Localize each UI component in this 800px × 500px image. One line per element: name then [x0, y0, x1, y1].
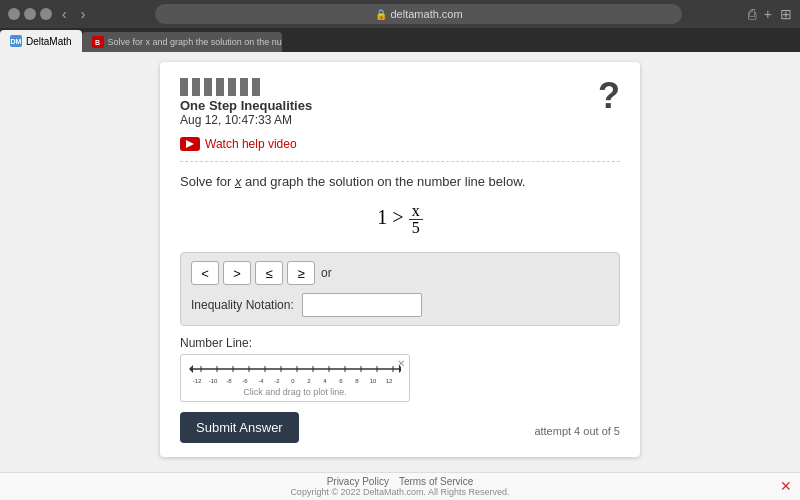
browser-titlebar: ‹ › 🔒 deltamath.com ⎙ + ⊞	[0, 0, 800, 28]
number-line-container[interactable]: ✕	[180, 354, 410, 402]
logo-image	[180, 78, 260, 96]
notation-label: Inequality Notation:	[191, 298, 294, 312]
watch-video-link[interactable]: Watch help video	[180, 137, 620, 151]
new-tab-icon[interactable]: +	[764, 6, 772, 22]
submit-row: Submit Answer attempt 4 out of 5	[180, 412, 620, 443]
browser-tabs: DM DeltaMath B Solve for x and graph the…	[0, 28, 800, 52]
browser-actions: ⎙ + ⊞	[748, 6, 792, 22]
svg-text:0: 0	[291, 378, 295, 384]
svg-text:4: 4	[323, 378, 327, 384]
section-divider	[180, 161, 620, 162]
svg-text:-12: -12	[193, 378, 202, 384]
svg-text:-8: -8	[226, 378, 232, 384]
content-area: One Step Inequalities Aug 12, 10:47:33 A…	[0, 52, 800, 472]
svg-text:2: 2	[307, 378, 311, 384]
number-line-inner: -12 -10 -8 -6 -4 -2 0 2 4 6 8 10	[189, 357, 401, 389]
fraction-numerator: x	[409, 203, 423, 220]
inequality-section: < > ≤ ≥ or Inequality Notation:	[180, 252, 620, 326]
svg-text:10: 10	[370, 378, 377, 384]
svg-text:-6: -6	[242, 378, 248, 384]
tab-deltamath-label: DeltaMath	[26, 36, 72, 47]
lock-icon: 🔒	[375, 9, 387, 20]
share-icon[interactable]: ⎙	[748, 6, 756, 22]
privacy-policy-link[interactable]: Privacy Policy	[327, 476, 389, 487]
problem-title: One Step Inequalities	[180, 98, 312, 113]
browser-chrome: ‹ › 🔒 deltamath.com ⎙ + ⊞ DM DeltaMath B…	[0, 0, 800, 52]
greater-than-button[interactable]: >	[223, 261, 251, 285]
close-btn[interactable]	[8, 8, 20, 20]
address-text: deltamath.com	[391, 8, 463, 20]
back-button[interactable]: ‹	[58, 6, 71, 22]
number-line-label: Number Line:	[180, 336, 620, 350]
watch-video-label: Watch help video	[205, 137, 297, 151]
less-than-button[interactable]: <	[191, 261, 219, 285]
minimize-btn[interactable]	[24, 8, 36, 20]
window-controls	[8, 8, 52, 20]
logo-area: One Step Inequalities Aug 12, 10:47:33 A…	[180, 78, 312, 133]
notation-row: Inequality Notation:	[191, 293, 609, 317]
terms-of-service-link[interactable]: Terms of Service	[399, 476, 473, 487]
tab-brainly-label: Solve for x and graph the solution on th…	[108, 37, 282, 47]
or-label: or	[321, 266, 332, 280]
submit-button[interactable]: Submit Answer	[180, 412, 299, 443]
problem-card: One Step Inequalities Aug 12, 10:47:33 A…	[160, 62, 640, 457]
svg-text:12: 12	[386, 378, 393, 384]
footer-copyright: Copyright © 2022 DeltaMath.com. All Righ…	[290, 487, 509, 497]
notation-input[interactable]	[302, 293, 422, 317]
fraction-denominator: 5	[409, 220, 423, 236]
brainly-favicon: B	[92, 36, 104, 48]
card-header: One Step Inequalities Aug 12, 10:47:33 A…	[180, 78, 620, 133]
footer-close-button[interactable]: ✕	[780, 478, 792, 494]
tab-brainly[interactable]: B Solve for x and graph the solution on …	[82, 32, 282, 52]
tab-deltamath[interactable]: DM DeltaMath	[0, 30, 82, 52]
deltamath-favicon: DM	[10, 35, 22, 47]
svg-text:8: 8	[355, 378, 359, 384]
svg-marker-1	[189, 365, 193, 373]
svg-text:-2: -2	[274, 378, 280, 384]
page-footer: Privacy Policy Terms of Service Copyrigh…	[0, 472, 800, 500]
problem-date: Aug 12, 10:47:33 AM	[180, 113, 312, 127]
equation-display: 1 > x 5	[180, 203, 620, 236]
address-bar[interactable]: 🔒 deltamath.com	[155, 4, 681, 24]
maximize-btn[interactable]	[40, 8, 52, 20]
number-line-svg: -12 -10 -8 -6 -4 -2 0 2 4 6 8 10	[189, 357, 401, 385]
svg-text:-4: -4	[258, 378, 264, 384]
number-line-track[interactable]: -12 -10 -8 -6 -4 -2 0 2 4 6 8 10	[189, 361, 401, 385]
menu-icon[interactable]: ⊞	[780, 6, 792, 22]
greater-equal-button[interactable]: ≥	[287, 261, 315, 285]
symbol-buttons-row: < > ≤ ≥ or	[191, 261, 609, 285]
svg-text:-10: -10	[209, 378, 218, 384]
svg-text:6: 6	[339, 378, 343, 384]
equation-fraction: x 5	[409, 203, 423, 236]
youtube-icon	[180, 137, 200, 151]
svg-marker-2	[399, 365, 401, 373]
help-question-mark[interactable]: ?	[598, 78, 620, 114]
equation-left: 1 >	[377, 206, 408, 228]
attempt-text: attempt 4 out of 5	[534, 425, 620, 437]
problem-instruction: Solve for x and graph the solution on th…	[180, 174, 620, 189]
number-line-section: Number Line: ✕	[180, 336, 620, 402]
footer-links: Privacy Policy Terms of Service	[327, 476, 474, 487]
less-equal-button[interactable]: ≤	[255, 261, 283, 285]
forward-button[interactable]: ›	[77, 6, 90, 22]
